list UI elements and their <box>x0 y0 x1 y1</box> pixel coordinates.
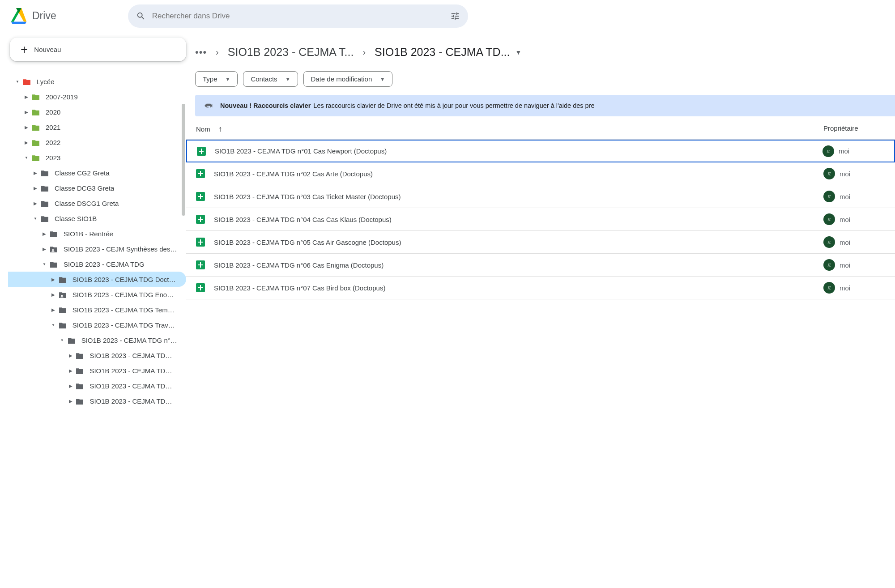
tree-item[interactable]: ▶2020 <box>8 104 186 119</box>
tree-item[interactable]: ▶SIO1B 2023 - CEJMA TDG n°0... <box>8 378 186 393</box>
tree-item[interactable]: ▶2007-2019 <box>8 89 186 104</box>
table-header: Nom ↑ Propriétaire <box>186 120 895 140</box>
tree-item[interactable]: ▼Lycée <box>8 74 186 89</box>
tree-item[interactable]: ▶SIO1B 2023 - CEJMA TDG Docto... <box>8 272 186 287</box>
file-row[interactable]: SIO1B 2023 - CEJMA TDG n°04 Cas Cas Klau… <box>186 208 895 231</box>
tree-item[interactable]: ▶SIO1B 2023 - CEJM Synthèses des ... <box>8 241 186 256</box>
expand-icon[interactable]: ▶ <box>23 110 30 115</box>
tree-item[interactable]: ▶Classe DCG3 Greta <box>8 180 186 196</box>
keyboard-shortcuts-banner[interactable]: Nouveau ! Raccourcis clavier Les raccour… <box>195 95 895 116</box>
filter-label: Type <box>203 75 217 83</box>
filter-bar: Type▼Contacts▼Date de modification▼ <box>186 71 895 87</box>
file-name-cell: SIO1B 2023 - CEJMA TDG n°06 Cas Enigma (… <box>196 260 823 269</box>
file-name: SIO1B 2023 - CEJMA TDG n°02 Cas Arte (Do… <box>214 170 373 178</box>
scrollbar[interactable] <box>182 104 185 216</box>
sidebar: + Nouveau ▼Lycée▶2007-2019▶2020▶2021▶202… <box>0 32 186 588</box>
expand-icon[interactable]: ▼ <box>50 323 56 327</box>
expand-icon[interactable]: ▼ <box>14 80 21 84</box>
file-row[interactable]: SIO1B 2023 - CEJMA TDG n°06 Cas Enigma (… <box>186 254 895 277</box>
expand-icon[interactable]: ▶ <box>50 307 56 312</box>
expand-icon[interactable]: ▼ <box>32 217 38 221</box>
tree-item[interactable]: ▶SIO1B - Rentrée <box>8 226 186 241</box>
expand-icon[interactable]: ▶ <box>41 247 47 251</box>
file-name-cell: SIO1B 2023 - CEJMA TDG n°07 Cas Bird box… <box>196 283 823 292</box>
breadcrumb-overflow-icon[interactable]: ••• <box>195 47 207 58</box>
filter-label: Contacts <box>251 75 277 83</box>
sheets-icon <box>196 192 205 201</box>
expand-icon[interactable]: ▶ <box>68 399 73 404</box>
file-row[interactable]: SIO1B 2023 - CEJMA TDG n°05 Cas Air Gasc… <box>186 231 895 254</box>
folder-icon <box>75 397 84 405</box>
column-owner-header[interactable]: Propriétaire <box>823 124 895 134</box>
search-icon <box>136 11 146 21</box>
breadcrumb-parent[interactable]: SIO1B 2023 - CEJMA T... <box>228 46 354 59</box>
tree-label: SIO1B 2023 - CEJMA TDG Templ... <box>72 306 177 314</box>
expand-icon[interactable]: ▶ <box>68 368 73 373</box>
filter-chip[interactable]: Date de modification▼ <box>303 71 393 87</box>
expand-icon[interactable]: ▼ <box>41 262 47 266</box>
tree-item[interactable]: ▶Classe DSCG1 Greta <box>8 196 186 211</box>
expand-icon[interactable]: ▶ <box>32 201 38 206</box>
file-row[interactable]: SIO1B 2023 - CEJMA TDG n°02 Cas Arte (Do… <box>186 162 895 185</box>
folder-icon <box>22 78 31 85</box>
expand-icon[interactable]: ▼ <box>23 156 30 160</box>
filter-chip[interactable]: Contacts▼ <box>243 71 298 87</box>
folder-icon <box>49 245 58 252</box>
tree-item[interactable]: ▶Classe CG2 Greta <box>8 165 186 180</box>
file-row[interactable]: SIO1B 2023 - CEJMA TDG n°07 Cas Bird box… <box>186 277 895 299</box>
tree-label: Classe DCG3 Greta <box>55 184 114 192</box>
owner-cell: π moi <box>823 282 895 294</box>
breadcrumb-current-label: SIO1B 2023 - CEJMA TD... <box>375 46 510 59</box>
new-button-label: Nouveau <box>34 46 61 53</box>
tree-label: 2022 <box>46 139 60 146</box>
filter-chip[interactable]: Type▼ <box>195 71 238 87</box>
tree-item[interactable]: ▶SIO1B 2023 - CEJMA TDG n°0... <box>8 348 186 363</box>
expand-icon[interactable]: ▶ <box>23 94 30 99</box>
expand-icon[interactable]: ▶ <box>68 353 73 358</box>
column-name-header[interactable]: Nom ↑ <box>196 124 823 134</box>
tree-item[interactable]: ▼2023 <box>8 150 186 165</box>
folder-icon <box>31 139 40 146</box>
file-name: SIO1B 2023 - CEJMA TDG n°01 Cas Newport … <box>215 147 387 155</box>
expand-icon[interactable]: ▶ <box>41 231 47 236</box>
owner-label: moi <box>840 239 850 246</box>
expand-icon[interactable]: ▶ <box>32 170 38 175</box>
avatar: π <box>823 191 835 202</box>
folder-icon <box>40 215 49 222</box>
file-name-cell: SIO1B 2023 - CEJMA TDG n°01 Cas Newport … <box>197 147 823 156</box>
tree-item[interactable]: ▼SIO1B 2023 - CEJMA TDG Travaux <box>8 317 186 332</box>
expand-icon[interactable]: ▶ <box>23 140 30 145</box>
expand-icon[interactable]: ▼ <box>59 338 65 342</box>
file-row[interactable]: SIO1B 2023 - CEJMA TDG n°03 Cas Ticket M… <box>186 185 895 208</box>
app-root: Drive + Nouveau ▼Lycée▶2007-2019▶2020▶20… <box>0 0 895 588</box>
expand-icon[interactable]: ▶ <box>50 292 56 297</box>
expand-icon[interactable]: ▶ <box>32 186 38 191</box>
tree-item[interactable]: ▼SIO1B 2023 - CEJMA TDG <box>8 256 186 272</box>
expand-icon[interactable]: ▶ <box>50 277 56 282</box>
tree-item[interactable]: ▶2022 <box>8 135 186 150</box>
expand-icon[interactable]: ▶ <box>23 125 30 130</box>
file-list: SIO1B 2023 - CEJMA TDG n°01 Cas Newport … <box>186 140 895 299</box>
tree-item[interactable]: ▶SIO1B 2023 - CEJMA TDG Templ... <box>8 302 186 317</box>
logo-area[interactable]: Drive <box>10 8 56 24</box>
avatar: π <box>823 236 835 248</box>
tree-item[interactable]: ▶SIO1B 2023 - CEJMA TDG n°0... <box>8 363 186 378</box>
svg-point-0 <box>52 249 54 251</box>
file-row[interactable]: SIO1B 2023 - CEJMA TDG n°01 Cas Newport … <box>186 140 895 162</box>
file-name: SIO1B 2023 - CEJMA TDG n°03 Cas Ticket M… <box>214 193 401 200</box>
tune-icon[interactable] <box>450 11 460 21</box>
avatar: π <box>823 213 835 225</box>
search-input[interactable] <box>152 12 450 21</box>
owner-label: moi <box>840 284 850 292</box>
tree-item[interactable]: ▶SIO1B 2023 - CEJMA TDG n°0... <box>8 393 186 409</box>
body: + Nouveau ▼Lycée▶2007-2019▶2020▶2021▶202… <box>0 32 895 588</box>
breadcrumb-current[interactable]: SIO1B 2023 - CEJMA TD... ▼ <box>375 46 521 59</box>
tree-item[interactable]: ▶SIO1B 2023 - CEJMA TDG Enonc... <box>8 287 186 302</box>
tree-item[interactable]: ▶2021 <box>8 119 186 135</box>
tree-item[interactable]: ▼Classe SIO1B <box>8 211 186 226</box>
folder-icon <box>75 352 84 359</box>
expand-icon[interactable]: ▶ <box>68 383 73 388</box>
new-button[interactable]: + Nouveau <box>10 38 186 61</box>
tree-item[interactable]: ▼SIO1B 2023 - CEJMA TDG n°0... <box>8 332 186 348</box>
search-bar[interactable] <box>128 4 468 28</box>
